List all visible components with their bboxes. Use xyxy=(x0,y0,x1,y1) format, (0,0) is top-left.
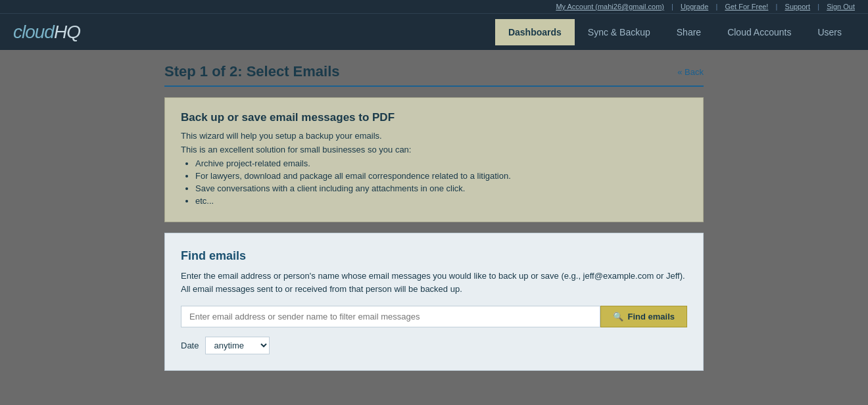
back-link[interactable]: « Back xyxy=(677,67,704,77)
search-icon: 🔍 xyxy=(613,312,623,322)
top-bar: cloudHQ Dashboards Sync & Backup Share C… xyxy=(0,14,868,50)
my-account-link[interactable]: My Account (mahi26@gmail.com) xyxy=(556,3,664,11)
search-input[interactable] xyxy=(181,306,600,327)
page-divider xyxy=(164,85,704,87)
bullet-1: Archive project-related emails. xyxy=(195,158,687,168)
nav-bar: Dashboards Sync & Backup Share Cloud Acc… xyxy=(495,19,855,45)
date-label: Date xyxy=(181,341,199,350)
bullet-3: Save conversations with a client includi… xyxy=(195,183,687,193)
logo: cloudHQ xyxy=(13,22,80,43)
info-bullets: Archive project-related emails. For lawy… xyxy=(181,158,687,206)
page-header: Step 1 of 2: Select Emails « Back xyxy=(164,63,704,80)
sep4: | xyxy=(815,3,821,11)
tab-cloud-accounts[interactable]: Cloud Accounts xyxy=(714,19,804,45)
find-emails-desc: Enter the email address or person's name… xyxy=(181,270,687,295)
bullet-2: For lawyers, download and package all em… xyxy=(195,171,687,181)
tab-sync-backup[interactable]: Sync & Backup xyxy=(575,19,663,45)
support-link[interactable]: Support xyxy=(785,3,811,11)
get-for-free-link[interactable]: Get For Free! xyxy=(725,3,768,11)
search-row: 🔍 Find emails xyxy=(181,306,687,327)
account-bar: My Account (mahi26@gmail.com) | Upgrade … xyxy=(0,0,868,14)
date-select[interactable]: anytime today this week this month this … xyxy=(205,337,270,354)
find-emails-title: Find emails xyxy=(181,249,687,263)
tab-users[interactable]: Users xyxy=(804,19,855,45)
info-heading: Back up or save email messages to PDF xyxy=(181,111,687,124)
info-intro: This wizard will help you setup a backup… xyxy=(181,131,687,141)
find-button-label: Find emails xyxy=(627,312,675,322)
info-desc: This is an excellent solution for small … xyxy=(181,145,687,155)
main-content: Step 1 of 2: Select Emails « Back Back u… xyxy=(138,50,730,384)
upgrade-link[interactable]: Upgrade xyxy=(681,3,708,11)
tab-share[interactable]: Share xyxy=(663,19,714,45)
sign-out-link[interactable]: Sign Out xyxy=(827,3,855,11)
sep1: | xyxy=(669,3,675,11)
sep2: | xyxy=(713,3,719,11)
bullet-4: etc... xyxy=(195,196,687,206)
page-title: Step 1 of 2: Select Emails xyxy=(164,63,340,80)
find-emails-button[interactable]: 🔍 Find emails xyxy=(600,306,687,327)
find-emails-box: Find emails Enter the email address or p… xyxy=(164,233,704,371)
info-box: Back up or save email messages to PDF Th… xyxy=(164,97,704,222)
date-row: Date anytime today this week this month … xyxy=(181,337,687,354)
tab-dashboards[interactable]: Dashboards xyxy=(495,19,575,45)
sep3: | xyxy=(774,3,780,11)
